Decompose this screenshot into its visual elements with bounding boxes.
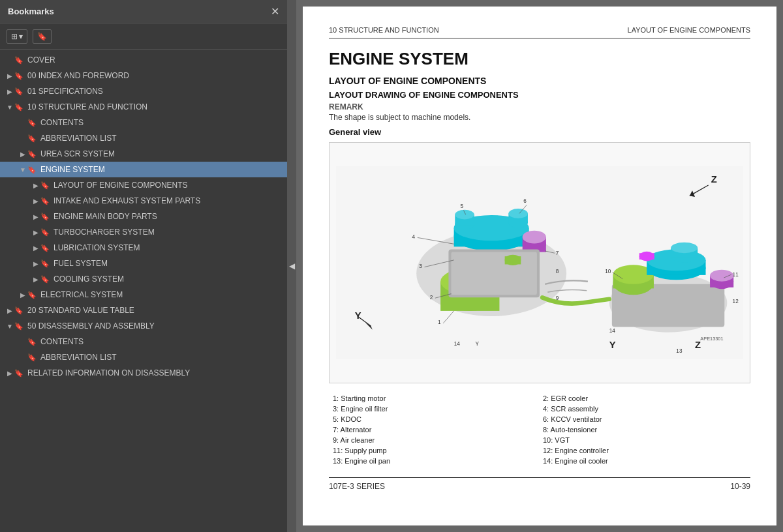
chevron-right-icon: ▶ <box>5 72 14 80</box>
bookmark-item-icon: 🔖 <box>40 228 51 237</box>
sidebar-item-label-10-fuel: FUEL SYSTEM <box>54 259 282 268</box>
arrow-placeholder <box>18 354 27 361</box>
bookmark-item-icon: 🔖 <box>40 244 51 252</box>
svg-text:7: 7 <box>556 250 559 256</box>
collapse-handle[interactable]: ◀ <box>287 0 296 532</box>
sidebar-item-20-standard[interactable]: ▶🔖20 STANDARD VALUE TABLE <box>0 303 287 318</box>
bookmark-list: 🔖COVER▶🔖00 INDEX AND FOREWORD▶🔖01 SPECIF… <box>0 50 287 532</box>
sidebar-item-50-related[interactable]: ▶🔖RELATED INFORMATION ON DISASSEMBLY <box>0 365 287 381</box>
svg-text:10: 10 <box>605 269 611 274</box>
sidebar-item-cover[interactable]: 🔖COVER <box>0 52 287 68</box>
svg-text:APE13301: APE13301 <box>700 336 723 342</box>
legend-item-11: 11: Supply pump <box>330 446 539 455</box>
bookmark-item-icon: 🔖 <box>27 338 38 346</box>
sidebar-item-10-abbrev[interactable]: 🔖ABBREVIATION LIST <box>0 130 287 146</box>
sidebar-item-label-50-disassembly: 50 DISASSEMBLY AND ASSEMBLY <box>27 321 282 331</box>
svg-text:12: 12 <box>733 299 739 304</box>
document-header-bar: 10 STRUCTURE AND FUNCTION LAYOUT OF ENGI… <box>329 26 750 38</box>
bookmark-icon-button[interactable]: 🔖 <box>33 29 52 44</box>
bookmark-item-icon: 🔖 <box>40 275 51 284</box>
chevron-right-icon: ▶ <box>5 307 14 314</box>
sidebar: Bookmarks ✕ ⊞ ▾ 🔖 🔖COVER▶🔖00 INDEX AND F… <box>0 0 287 532</box>
chevron-down-icon: ▾ <box>19 32 23 41</box>
footer-right: 10-39 <box>730 482 750 491</box>
sidebar-item-01-specs[interactable]: ▶🔖01 SPECIFICATIONS <box>0 83 287 99</box>
main-content: 10 STRUCTURE AND FUNCTION LAYOUT OF ENGI… <box>296 0 783 532</box>
footer-left: 107E-3 SERIES <box>329 482 385 491</box>
sidebar-item-label-10-lube: LUBRICATION SYSTEM <box>54 243 282 252</box>
bookmark-item-icon: 🔖 <box>27 134 38 143</box>
svg-text:Y: Y <box>355 310 361 321</box>
svg-text:14: 14 <box>454 341 461 347</box>
sidebar-item-10-mainbody[interactable]: ▶🔖ENGINE MAIN BODY PARTS <box>0 209 287 224</box>
legend-item-14: 14: Engine oil cooler <box>540 456 749 466</box>
close-button[interactable]: ✕ <box>271 5 279 18</box>
arrow-placeholder <box>18 135 27 142</box>
sidebar-item-50-contents[interactable]: 🔖CONTENTS <box>0 334 287 349</box>
sidebar-item-label-50-related: RELATED INFORMATION ON DISASSEMBLY <box>27 368 282 377</box>
general-view-label: General view <box>329 127 750 137</box>
svg-text:Z: Z <box>711 174 717 185</box>
legend-item-12: 12: Engine controller <box>540 446 749 455</box>
sidebar-item-label-cover: COVER <box>27 55 282 65</box>
legend-item-13: 13: Engine oil pan <box>330 456 539 466</box>
svg-text:14: 14 <box>609 328 616 334</box>
sidebar-item-label-50-abbrev: ABBREVIATION LIST <box>40 353 282 362</box>
sidebar-item-label-10-turbo: TURBOCHARGER SYSTEM <box>54 228 282 237</box>
sidebar-item-label-10-structure: 10 STRUCTURE AND FUNCTION <box>27 102 282 111</box>
chevron-right-icon: ▶ <box>31 244 40 252</box>
sidebar-item-10-fuel[interactable]: ▶🔖FUEL SYSTEM <box>0 256 287 271</box>
sidebar-item-label-10-abbrev: ABBREVIATION LIST <box>40 134 282 143</box>
bookmark-item-icon: 🔖 <box>14 56 25 65</box>
remark-label: REMARK <box>329 102 750 111</box>
bookmark-item-icon: 🔖 <box>14 369 25 377</box>
bookmark-item-icon: 🔖 <box>14 322 25 331</box>
chevron-right-icon: ▶ <box>31 213 40 220</box>
sidebar-item-10-turbo[interactable]: ▶🔖TURBOCHARGER SYSTEM <box>0 224 287 240</box>
section-title: LAYOUT OF ENGINE COMPONENTS <box>329 76 750 86</box>
chevron-right-icon: ▶ <box>31 276 40 283</box>
sidebar-item-10-contents[interactable]: 🔖CONTENTS <box>0 115 287 130</box>
svg-text:11: 11 <box>733 272 739 278</box>
sub-title: LAYOUT DRAWING OF ENGINE COMPONENTS <box>329 90 750 100</box>
sidebar-item-10-urea[interactable]: ▶🔖UREA SCR SYSTEM <box>0 146 287 162</box>
main-title: ENGINE SYSTEM <box>329 49 750 69</box>
arrow-placeholder <box>5 57 14 64</box>
sidebar-item-10-cooling[interactable]: ▶🔖COOLING SYSTEM <box>0 271 287 287</box>
collapse-arrow-icon: ◀ <box>289 261 295 271</box>
remark-text: The shape is subject to machine models. <box>329 113 750 122</box>
svg-text:3: 3 <box>419 263 422 269</box>
sidebar-item-10-electrical[interactable]: ▶🔖ELECTRICAL SYSTEM <box>0 287 287 303</box>
sidebar-item-10-engine[interactable]: ▼🔖ENGINE SYSTEM <box>0 162 287 177</box>
svg-point-60 <box>710 270 733 282</box>
sidebar-item-10-layout[interactable]: ▶🔖LAYOUT OF ENGINE COMPONENTS <box>0 177 287 193</box>
bookmark-item-icon: 🔖 <box>40 213 51 221</box>
bookmark-item-icon: 🔖 <box>14 72 25 80</box>
svg-text:5: 5 <box>460 203 463 209</box>
svg-text:4: 4 <box>412 234 416 240</box>
bookmark-item-icon: 🔖 <box>40 181 51 190</box>
bookmark-item-icon: 🔖 <box>14 103 25 111</box>
chevron-right-icon: ▶ <box>31 229 40 236</box>
svg-text:Y: Y <box>609 340 616 350</box>
sidebar-item-label-20-standard: 20 STANDARD VALUE TABLE <box>27 306 282 315</box>
header-right: LAYOUT OF ENGINE COMPONENTS <box>628 26 750 34</box>
sidebar-item-10-structure[interactable]: ▼🔖10 STRUCTURE AND FUNCTION <box>0 99 287 115</box>
legend-item-8: 8: Auto-tensioner <box>540 425 749 434</box>
arrow-placeholder <box>18 119 27 126</box>
chevron-right-icon: ▶ <box>5 370 14 377</box>
sidebar-item-50-abbrev[interactable]: 🔖ABBREVIATION LIST <box>0 349 287 365</box>
view-options-button[interactable]: ⊞ ▾ <box>7 29 27 44</box>
sidebar-item-label-10-electrical: ELECTRICAL SYSTEM <box>40 290 282 299</box>
legend-item-6: 6: KCCV ventilator <box>540 415 749 424</box>
chevron-right-icon: ▶ <box>31 260 40 267</box>
chevron-down-icon: ▼ <box>18 166 27 173</box>
sidebar-item-10-lube[interactable]: ▶🔖LUBRICATION SYSTEM <box>0 240 287 256</box>
svg-rect-26 <box>452 252 537 295</box>
engine-diagram: Z Y Z Y <box>329 142 750 383</box>
sidebar-item-50-disassembly[interactable]: ▼🔖50 DISASSEMBLY AND ASSEMBLY <box>0 318 287 334</box>
svg-point-18 <box>455 210 474 220</box>
sidebar-title: Bookmarks <box>8 7 54 16</box>
sidebar-item-10-intake[interactable]: ▶🔖INTAKE AND EXHAUST SYSTEM PARTS <box>0 193 287 209</box>
sidebar-item-00-index[interactable]: ▶🔖00 INDEX AND FOREWORD <box>0 68 287 83</box>
